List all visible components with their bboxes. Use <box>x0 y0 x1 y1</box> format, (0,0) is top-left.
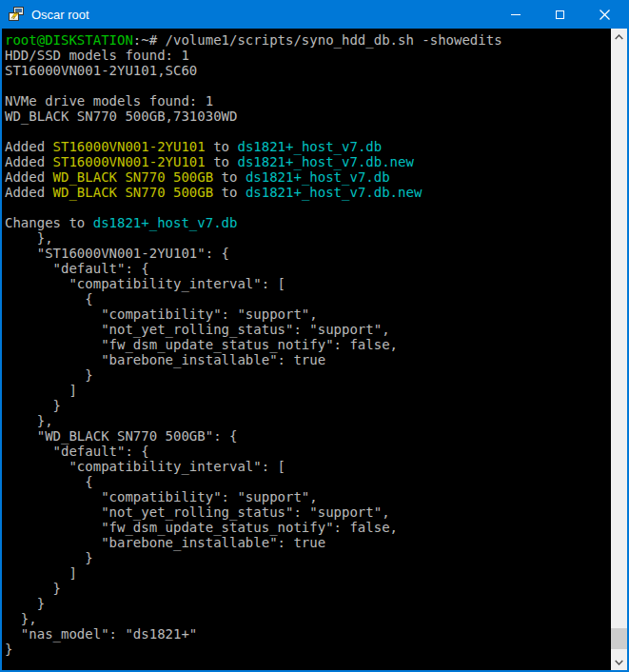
terminal-line: NVMe drive models found: 1 <box>5 93 611 109</box>
terminal-line: "WD_BLACK SN770 500GB": { <box>5 428 611 444</box>
chevron-down-icon <box>615 660 623 665</box>
terminal-line: "compatibility_interval": [ <box>5 276 611 291</box>
terminal-line: } <box>5 596 611 611</box>
terminal-line: Added WD_BLACK SN770 500GB to ds1821+_ho… <box>5 169 611 185</box>
terminal-line: HDD/SSD models found: 1 <box>5 48 611 63</box>
close-button[interactable] <box>582 0 627 29</box>
maximize-icon <box>556 10 564 19</box>
terminal-line: "fw_dsm_update_status_notify": false, <box>5 337 611 352</box>
titlebar[interactable]: Oscar root <box>2 0 627 29</box>
terminal-line: "ST16000VN001-2YU101": { <box>5 246 611 261</box>
terminal-line: "not_yet_rolling_status": "support", <box>5 504 611 520</box>
terminal-line: "not_yet_rolling_status": "support", <box>5 322 611 337</box>
terminal-line: ] <box>5 565 611 581</box>
close-icon <box>600 10 610 20</box>
terminal-line: "compatibility_interval": [ <box>5 459 611 474</box>
terminal-line: Added ST16000VN001-2YU101 to ds1821+_hos… <box>5 139 611 154</box>
terminal-line: }, <box>5 611 611 626</box>
minimize-icon <box>511 14 521 15</box>
terminal-line: ] <box>5 383 611 398</box>
terminal-line: "barebone_installable": true <box>5 535 611 550</box>
terminal-line: root@DISKSTATION:~# /volume1/scripts/syn… <box>5 32 611 48</box>
terminal-line: }, <box>5 413 611 428</box>
terminal-line: { <box>5 474 611 489</box>
minimize-button[interactable] <box>493 0 538 29</box>
chevron-up-icon <box>615 34 623 40</box>
terminal-line: "barebone_installable": true <box>5 352 611 367</box>
terminal-output[interactable]: root@DISKSTATION:~# /volume1/scripts/syn… <box>2 29 611 670</box>
terminal-line: } <box>5 581 611 596</box>
terminal-line: } <box>5 367 611 383</box>
terminal-line: "nas_model": "ds1821+" <box>5 626 611 642</box>
terminal-line: Added ST16000VN001-2YU101 to ds1821+_hos… <box>5 154 611 169</box>
terminal-line: "default": { <box>5 444 611 459</box>
terminal-line <box>5 124 611 139</box>
terminal-line <box>5 200 611 215</box>
terminal-line: } <box>5 398 611 413</box>
terminal-line: Changes to ds1821+_host_v7.db <box>5 215 611 230</box>
terminal-line: "compatibility": "support", <box>5 306 611 322</box>
terminal-line: "compatibility": "support", <box>5 489 611 504</box>
terminal-line: ST16000VN001-2YU101,SC60 <box>5 63 611 78</box>
terminal-line: }, <box>5 230 611 246</box>
putty-icon[interactable] <box>8 7 25 22</box>
terminal-content: root@DISKSTATION:~# /volume1/scripts/syn… <box>2 29 627 670</box>
terminal-line: Added WD_BLACK SN770 500GB to ds1821+_ho… <box>5 185 611 200</box>
window-title: Oscar root <box>31 8 493 22</box>
terminal-line: } <box>5 642 611 657</box>
terminal-line: "fw_dsm_update_status_notify": false, <box>5 520 611 535</box>
maximize-button[interactable] <box>538 0 582 29</box>
scrollbar[interactable] <box>611 29 627 670</box>
terminal-window: Oscar root root@DISKSTATION:~# /volume1/… <box>0 0 629 672</box>
scroll-down-button[interactable] <box>611 654 627 670</box>
terminal-line: } <box>5 550 611 565</box>
scrollbar-thumb[interactable] <box>611 628 627 649</box>
terminal-line: "default": { <box>5 261 611 276</box>
window-controls <box>493 0 627 29</box>
putty-icon-image <box>8 7 25 22</box>
terminal-line: WD_BLACK SN770 500GB,731030WD <box>5 109 611 124</box>
scroll-up-button[interactable] <box>611 29 627 45</box>
terminal-line: { <box>5 291 611 306</box>
terminal-line <box>5 78 611 93</box>
